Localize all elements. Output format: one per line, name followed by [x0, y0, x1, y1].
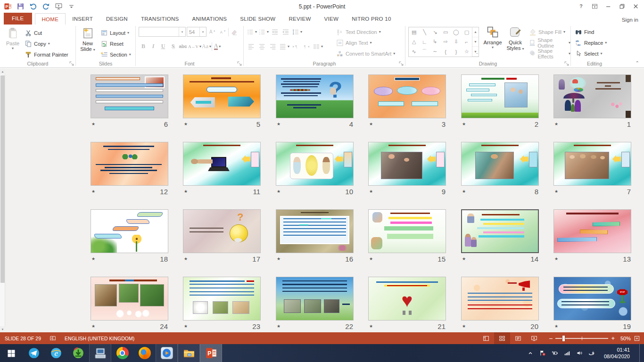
animation-star-indicator[interactable]: ★	[91, 189, 95, 194]
taskbar-app-firefox[interactable]	[133, 344, 156, 362]
tray-network-signal[interactable]	[564, 350, 570, 356]
tab-home[interactable]: HOME	[35, 13, 66, 25]
qat-save[interactable]	[17, 2, 25, 10]
animation-star-indicator[interactable]: ★	[91, 256, 95, 261]
decrease-indent-button[interactable]	[270, 27, 280, 37]
taskbar-app-media-player[interactable]	[156, 344, 178, 362]
font-name-combo[interactable]: ▾	[139, 27, 186, 37]
slide-thumbnail-5[interactable]	[183, 74, 261, 118]
slide-sorter-view-button[interactable]	[494, 332, 510, 344]
shrink-font-button[interactable]: A	[218, 27, 227, 37]
animation-star-indicator[interactable]: ★	[461, 122, 466, 126]
taskbar-app-remote-keyboard[interactable]	[89, 344, 111, 362]
tab-transitions[interactable]: TRANSITIONS	[134, 13, 186, 25]
shape-text-box[interactable]: ▤	[409, 27, 419, 37]
slide-thumbnail-10[interactable]	[276, 142, 354, 186]
tab-nitro-pro-10[interactable]: NITRO PRO 10	[345, 13, 397, 25]
qat-start-from-beginning[interactable]	[55, 2, 63, 10]
font-size-combo[interactable]: 54▾	[187, 27, 206, 37]
clear-formatting-button[interactable]	[230, 27, 239, 37]
slide-thumbnail-1[interactable]	[553, 74, 631, 118]
font-color-button[interactable]: A▾	[213, 41, 222, 51]
slide-thumbnail-17[interactable]: ?	[183, 209, 261, 253]
taskbar-app-internet-explorer[interactable]: e	[45, 344, 67, 362]
change-case-button[interactable]: Aa▾	[202, 41, 211, 51]
text-direction-button[interactable]: AText Direction▾	[336, 27, 381, 37]
format-painter-button[interactable]: Format Painter	[25, 49, 68, 59]
animation-star-indicator[interactable]: ★	[461, 256, 466, 261]
animation-star-indicator[interactable]: ★	[553, 324, 558, 329]
tab-slide-show[interactable]: SLIDE SHOW	[233, 13, 282, 25]
clipboard-dialog-launcher[interactable]	[69, 60, 75, 66]
slide-thumbnail-21[interactable]: ♥	[368, 277, 446, 321]
bold-button[interactable]: B	[139, 41, 148, 51]
animation-star-indicator[interactable]: ★	[368, 189, 373, 194]
animation-star-indicator[interactable]: ★	[368, 122, 373, 126]
slide-thumbnail-3[interactable]	[368, 74, 446, 118]
animation-star-indicator[interactable]: ★	[276, 256, 281, 261]
slide-thumbnail-11[interactable]	[183, 142, 261, 186]
find-button[interactable]: Find	[575, 27, 594, 37]
bullets-button[interactable]: ▾	[247, 27, 257, 37]
slideshow-view-button[interactable]	[526, 332, 542, 344]
animation-star-indicator[interactable]: ★	[183, 324, 188, 329]
shape-outline-button[interactable]: Shape Outline▾	[529, 38, 570, 48]
shape-down-arrow[interactable]: ⇩	[451, 37, 461, 47]
slide-thumbnail-9[interactable]	[368, 142, 446, 186]
line-spacing-button[interactable]: ▾	[292, 27, 302, 37]
zoom-slider-thumb[interactable]	[562, 335, 565, 342]
shape-star[interactable]: ☆	[462, 47, 472, 57]
animation-star-indicator[interactable]: ★	[553, 256, 558, 261]
layout-button[interactable]: Layout▾	[100, 28, 129, 38]
close-button[interactable]	[632, 3, 639, 10]
minimize-button[interactable]	[605, 3, 612, 10]
fit-to-window-button[interactable]	[634, 335, 640, 342]
shape-triangle[interactable]: △	[409, 37, 419, 47]
slide-thumbnail-23[interactable]	[183, 277, 261, 321]
character-spacing-button[interactable]: A↔V▾	[188, 41, 201, 51]
shape-arrow[interactable]: ↘	[430, 27, 440, 37]
animation-star-indicator[interactable]: ★	[183, 189, 188, 194]
shape-elbow[interactable]: ∟	[419, 37, 429, 47]
language-status[interactable]: ENGLISH (UNITED KINGDOM)	[65, 336, 134, 341]
tray-flag-alert[interactable]	[539, 350, 546, 356]
zoom-slider[interactable]	[555, 338, 608, 339]
shape-curve[interactable]: ∼	[430, 47, 440, 57]
qat-redo[interactable]	[42, 2, 50, 10]
taskbar-app-telegram[interactable]	[23, 344, 45, 362]
input-language-indicator[interactable]: ف	[588, 350, 594, 356]
normal-view-button[interactable]	[478, 332, 494, 344]
animation-star-indicator[interactable]: ★	[183, 122, 188, 126]
taskbar-app-download-manager[interactable]	[67, 344, 89, 362]
spell-check-status[interactable]	[50, 335, 56, 342]
animation-star-indicator[interactable]: ★	[461, 189, 466, 194]
text-shadow-button[interactable]: S	[168, 41, 178, 51]
replace-button[interactable]: abacReplace▾	[575, 38, 607, 48]
animation-star-indicator[interactable]: ★	[183, 256, 188, 261]
shape-elbow-arrow[interactable]: ↳	[430, 37, 440, 47]
columns-button[interactable]: ▾	[313, 41, 323, 51]
paragraph-dialog-launcher[interactable]	[398, 60, 405, 66]
slide-thumbnail-24[interactable]	[91, 277, 168, 321]
slide-thumbnail-22[interactable]	[276, 277, 354, 321]
convert-to-smartart-button[interactable]: Convert to SmartArt▾	[336, 49, 395, 58]
shapes-gallery-scroll[interactable]: ▲▼▼̲	[472, 27, 479, 57]
tab-insert[interactable]: INSERT	[66, 13, 99, 25]
animation-star-indicator[interactable]: ★	[276, 189, 281, 194]
tray-volume[interactable]	[576, 350, 583, 356]
tab-view[interactable]: VIEW	[318, 13, 346, 25]
underline-button[interactable]: U	[158, 41, 168, 51]
qat-qat-more[interactable]	[67, 2, 75, 10]
taskbar-app-file-explorer[interactable]	[178, 344, 200, 362]
slide-thumbnail-19[interactable]: STOP	[553, 277, 631, 321]
justify-button[interactable]: ▾	[279, 41, 289, 51]
qat-undo[interactable]	[29, 2, 37, 10]
arrange-button[interactable]: Arrange▾	[482, 25, 504, 49]
align-left-button[interactable]	[247, 41, 256, 51]
animation-star-indicator[interactable]: ★	[368, 324, 373, 329]
grow-font-button[interactable]: A	[207, 27, 217, 37]
section-button[interactable]: Section▾	[100, 49, 131, 59]
shape-line[interactable]: ╲	[419, 27, 429, 37]
slide-thumbnail-4[interactable]: ?	[276, 74, 354, 118]
shape-right-arrow[interactable]: ⇨	[440, 37, 451, 47]
